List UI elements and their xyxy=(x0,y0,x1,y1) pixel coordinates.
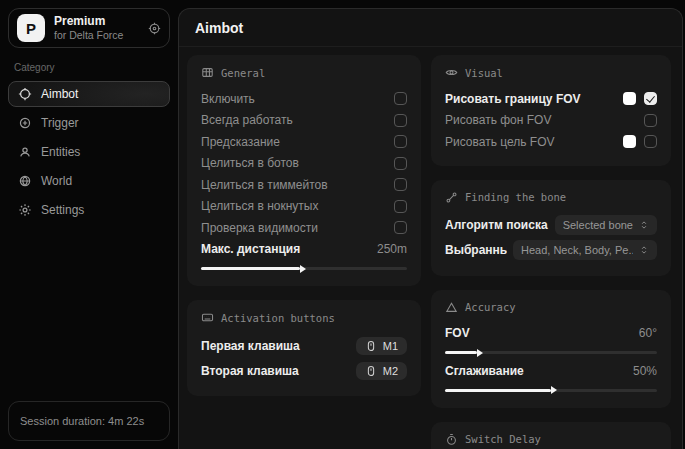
grid-icon xyxy=(201,66,214,79)
sidebar-item-trigger[interactable]: Trigger xyxy=(8,110,170,136)
bone-card: Finding the bone Алгоритм поиска костей … xyxy=(431,180,671,276)
license-subtitle: for Delta Force xyxy=(54,29,139,41)
color-swatch[interactable] xyxy=(623,92,636,105)
section-title: Switch Delay xyxy=(465,433,541,445)
trigger-icon xyxy=(18,116,32,130)
setting-row: Рисовать фон FOV xyxy=(445,110,657,132)
sidebar-item-world[interactable]: World xyxy=(8,168,170,194)
sidebar-item-aimbot[interactable]: Aimbot xyxy=(8,81,170,107)
row-label: Проверка видимости xyxy=(201,221,318,235)
sidebar-item-label: World xyxy=(41,174,72,188)
max-distance-slider[interactable] xyxy=(201,267,407,270)
setting-row: Всегда работать xyxy=(201,110,407,132)
setting-row: Рисовать границу FOV xyxy=(445,88,657,110)
page-title: Aimbot xyxy=(179,9,682,47)
sidebar-nav: Aimbot Trigger Entities xyxy=(8,81,170,226)
section-title: General xyxy=(221,67,265,79)
section-title: Accuracy xyxy=(465,301,516,313)
app-logo: P xyxy=(17,14,45,42)
sidebar-item-label: Aimbot xyxy=(41,87,78,101)
sync-icon[interactable] xyxy=(148,22,161,35)
category-label: Category xyxy=(14,62,166,73)
row-label: Предсказание xyxy=(201,135,280,149)
checkbox[interactable] xyxy=(394,178,407,191)
setting-row: Включить xyxy=(201,88,407,110)
setting-row: Целиться в ботов xyxy=(201,153,407,175)
session-duration: Session duration: 4m 22s xyxy=(8,401,170,441)
entities-icon xyxy=(18,145,32,159)
visual-card: Visual Рисовать границу FOV Рисовать фон… xyxy=(431,55,671,166)
section-title: Finding the bone xyxy=(465,191,566,203)
setting-row: Предсказание xyxy=(201,131,407,153)
activation-card: Activation buttons Первая клавиша M1 xyxy=(187,300,421,396)
smoothing-slider[interactable] xyxy=(445,389,657,392)
row-label: Рисовать границу FOV xyxy=(445,92,581,106)
slider-row: Сглаживание 50% xyxy=(445,360,657,382)
accuracy-card: Accuracy FOV 60° Сглаживание 50% xyxy=(431,290,671,408)
bone-icon xyxy=(445,191,458,204)
row-value: 60° xyxy=(639,326,657,340)
mouse-icon xyxy=(365,365,377,377)
checkbox[interactable] xyxy=(394,135,407,148)
dropdown-row: Выбранные кости Head, Neck, Body, Pe.. xyxy=(445,238,657,263)
crosshair-icon xyxy=(18,87,32,101)
sidebar-item-label: Entities xyxy=(41,145,80,159)
triangle-icon xyxy=(445,301,458,314)
switch-delay-card: Switch Delay Задержка переключения Задер… xyxy=(431,422,671,449)
section-title: Visual xyxy=(465,67,503,79)
fov-slider[interactable] xyxy=(445,351,657,354)
slider-row: FOV 60° xyxy=(445,323,657,345)
keybind-button[interactable]: M1 xyxy=(356,337,407,355)
updown-icon xyxy=(639,220,649,230)
sidebar: P Premium for Delta Force Category xyxy=(0,0,178,449)
checkbox[interactable] xyxy=(644,114,657,127)
row-label: Всегда работать xyxy=(201,113,293,127)
keybind-button[interactable]: M2 xyxy=(356,362,407,380)
checkbox[interactable] xyxy=(394,200,407,213)
main-panel: Aimbot General Включить xyxy=(178,8,683,449)
mouse-icon xyxy=(365,340,377,352)
row-label: Алгоритм поиска костей xyxy=(445,218,549,232)
gear-icon xyxy=(18,203,32,217)
row-label: Первая клавиша xyxy=(201,339,300,353)
keybind-row: Вторая клавиша M2 xyxy=(201,358,407,383)
row-label: Вторая клавиша xyxy=(201,364,299,378)
sidebar-item-label: Trigger xyxy=(41,116,79,130)
row-value: 50% xyxy=(633,364,657,378)
keyboard-icon xyxy=(201,311,214,324)
checkbox[interactable] xyxy=(394,114,407,127)
row-label: Целиться в нокнутых xyxy=(201,199,318,213)
row-label: Выбранные кости xyxy=(445,243,507,257)
setting-row: Целиться в нокнутых xyxy=(201,196,407,218)
keybind-row: Первая клавиша M1 xyxy=(201,333,407,358)
timer-icon xyxy=(445,433,458,446)
row-label: Включить xyxy=(201,92,255,106)
setting-row: Целиться в тиммейтов xyxy=(201,174,407,196)
section-title: Activation buttons xyxy=(221,312,335,324)
globe-icon xyxy=(18,174,32,188)
checkbox[interactable] xyxy=(644,135,657,148)
app-window: P Premium for Delta Force Category xyxy=(0,0,685,449)
updown-icon xyxy=(639,245,649,255)
sidebar-item-entities[interactable]: Entities xyxy=(8,139,170,165)
slider-row: Макс. дистанция 250m xyxy=(201,239,407,261)
license-card: P Premium for Delta Force xyxy=(8,8,170,48)
color-swatch[interactable] xyxy=(623,135,636,148)
checkbox[interactable] xyxy=(644,92,657,105)
setting-row: Проверка видимости xyxy=(201,217,407,239)
checkbox[interactable] xyxy=(394,221,407,234)
sidebar-item-settings[interactable]: Settings xyxy=(8,197,170,223)
bone-algorithm-dropdown[interactable]: Selected bone xyxy=(555,215,657,235)
row-value: 250m xyxy=(377,242,407,256)
row-label: Макс. дистанция xyxy=(201,242,300,256)
row-label: Рисовать цель FOV xyxy=(445,135,555,149)
row-label: FOV xyxy=(445,326,470,340)
row-label: Сглаживание xyxy=(445,364,524,378)
row-label: Целиться в ботов xyxy=(201,156,299,170)
license-title: Premium xyxy=(54,15,139,29)
selected-bones-dropdown[interactable]: Head, Neck, Body, Pe.. xyxy=(513,240,657,260)
checkbox[interactable] xyxy=(394,157,407,170)
eye-icon xyxy=(445,66,458,79)
checkbox[interactable] xyxy=(394,92,407,105)
dropdown-row: Алгоритм поиска костей Selected bone xyxy=(445,213,657,238)
